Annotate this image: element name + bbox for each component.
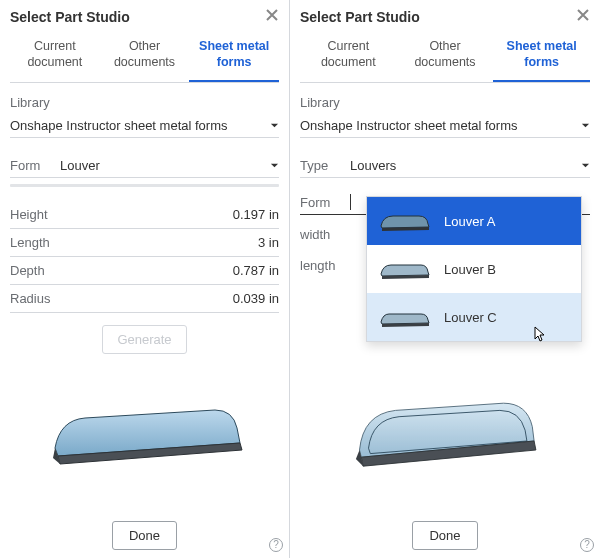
library-label: Library [10,95,279,110]
property-label: Height [10,207,48,222]
panel-title: Select Part Studio [10,9,130,25]
preview-3d[interactable] [10,354,279,511]
dropdown-option-label: Louver A [444,214,495,229]
tabs: Current document Other documents Sheet m… [300,33,590,83]
form-dropdown: Louver A Louver B Louver C [366,196,582,342]
panel-left: Select Part Studio Current document Othe… [0,0,290,558]
type-select[interactable]: Type Louvers [300,156,590,178]
property-label: Depth [10,263,45,278]
library-select[interactable]: Onshape Instructor sheet metal forms [10,116,279,138]
close-icon[interactable] [265,8,279,25]
help-icon[interactable]: ? [580,538,594,552]
tab-other-documents[interactable]: Other documents [100,33,190,82]
tab-current-document[interactable]: Current document [300,33,397,82]
preview-3d[interactable] [300,353,590,511]
help-icon[interactable]: ? [269,538,283,552]
form-select[interactable]: Form Louver [10,156,279,178]
chevron-down-icon [581,158,590,173]
cursor-icon [532,326,548,347]
tab-current-document[interactable]: Current document [10,33,100,82]
property-list: Height 0.197 in Length 3 in Depth 0.787 … [10,201,279,313]
dropdown-option-louver-a[interactable]: Louver A [367,197,581,245]
tab-sheet-metal-forms[interactable]: Sheet metal forms [493,33,590,82]
library-select[interactable]: Onshape Instructor sheet metal forms [300,116,590,138]
divider [10,184,279,187]
done-button[interactable]: Done [412,521,477,550]
property-value: 0.197 in [233,207,279,222]
property-value: 0.039 in [233,291,279,306]
library-value: Onshape Instructor sheet metal forms [300,118,581,133]
panel-title: Select Part Studio [300,9,420,25]
chevron-down-icon [581,118,590,133]
property-value: 3 in [258,235,279,250]
tab-other-documents[interactable]: Other documents [397,33,494,82]
dropdown-option-louver-b[interactable]: Louver B [367,245,581,293]
tab-sheet-metal-forms[interactable]: Sheet metal forms [189,33,279,82]
type-value: Louvers [350,158,581,173]
type-label: Type [300,158,350,173]
property-label: Radius [10,291,50,306]
property-row[interactable]: Depth 0.787 in [10,257,279,285]
louver-thumb-icon [377,255,432,283]
dropdown-option-louver-c[interactable]: Louver C [367,293,581,341]
louver-thumb-icon [377,207,432,235]
dropdown-option-label: Louver C [444,310,497,325]
property-row[interactable]: Length 3 in [10,229,279,257]
library-value: Onshape Instructor sheet metal forms [10,118,270,133]
form-value: Louver [60,158,270,173]
property-value: 0.787 in [233,263,279,278]
louver-thumb-icon [377,303,432,331]
close-icon[interactable] [576,8,590,25]
generate-button[interactable]: Generate [102,325,186,354]
chevron-down-icon [270,158,279,173]
property-row[interactable]: Height 0.197 in [10,201,279,229]
library-label: Library [300,95,590,110]
form-label: Form [300,195,350,210]
form-label: Form [10,158,60,173]
chevron-down-icon [270,118,279,133]
tabs: Current document Other documents Sheet m… [10,33,279,83]
property-row[interactable]: Radius 0.039 in [10,285,279,313]
dropdown-option-label: Louver B [444,262,496,277]
property-label: Length [10,235,50,250]
panel-right: Select Part Studio Current document Othe… [290,0,600,558]
done-button[interactable]: Done [112,521,177,550]
